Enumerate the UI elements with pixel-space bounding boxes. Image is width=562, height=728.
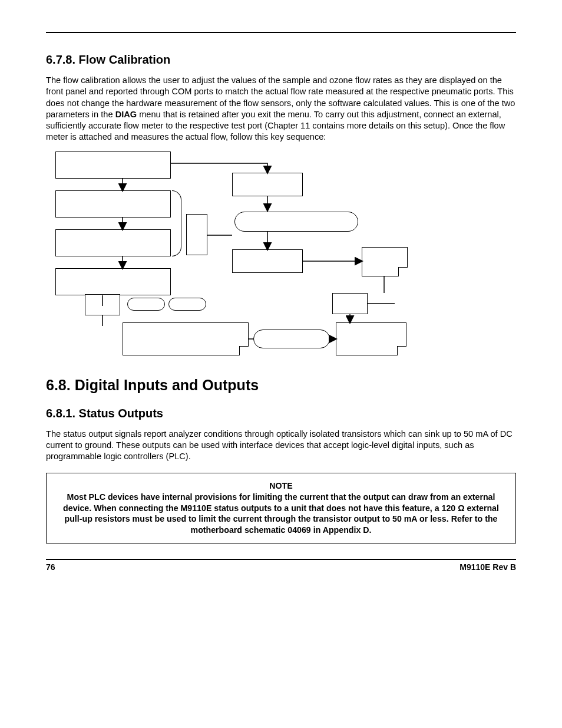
flow-diagram <box>46 151 516 359</box>
heading-68: 6.8. Digital Inputs and Outputs <box>46 377 516 394</box>
para-678: The flow calibration allows the user to … <box>46 75 516 143</box>
heading-681: 6.8.1. Status Outputs <box>46 407 516 420</box>
diagram-arrows <box>46 151 516 359</box>
heading-678: 6.7.8. Flow Calibration <box>46 53 516 67</box>
note-box: NOTE Most PLC devices have internal prov… <box>46 473 516 543</box>
bottom-rule <box>46 559 516 560</box>
doc-id: M9110E Rev B <box>459 562 516 572</box>
footer: 76 M9110E Rev B <box>46 562 516 572</box>
para-678-diag: DIAG <box>115 110 137 119</box>
page-number: 76 <box>46 562 55 572</box>
note-body: Most PLC devices have internal provision… <box>58 492 504 536</box>
top-rule <box>46 32 516 33</box>
note-title: NOTE <box>58 480 504 492</box>
para-681: The status output signals report analyze… <box>46 429 516 463</box>
